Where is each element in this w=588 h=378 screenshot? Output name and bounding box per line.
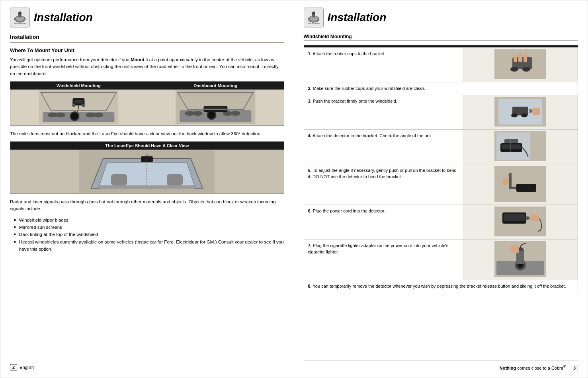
windshield-mounting-image — [10, 90, 147, 125]
right-logo: Your Detector — [304, 8, 324, 27]
svg-rect-43 — [518, 53, 522, 62]
svg-point-3 — [18, 12, 21, 15]
svg-rect-60 — [516, 184, 536, 192]
step-8-row: 8. You can temporarily remove the detect… — [304, 280, 578, 293]
step-7-text: 7. Plug the cigarette lighter adapter on… — [304, 240, 463, 280]
lasereye-label: The LaserEye Should Have A Clear View — [10, 142, 284, 150]
svg-point-37 — [312, 12, 315, 15]
right-page: Your Detector Installation Windshield Mo… — [294, 0, 588, 378]
left-page-title: Installation — [34, 11, 93, 24]
bullet-item-3: Dark tinting at the top of the windshiel… — [14, 231, 284, 238]
dashboard-mounting-image — [147, 90, 284, 125]
left-footer-left: 2 English — [10, 364, 34, 370]
windshield-mounting-label: Windshield Mounting — [10, 82, 147, 90]
svg-point-10 — [94, 113, 103, 117]
svg-point-15 — [72, 104, 75, 107]
svg-point-41 — [510, 67, 518, 72]
svg-text:Your Detector: Your Detector — [14, 22, 26, 24]
left-logo: Your Detector — [10, 8, 30, 27]
step-1-row: 1. Attach the rubber cups to the bracket… — [304, 48, 578, 82]
svg-rect-77 — [510, 245, 519, 253]
svg-point-12 — [71, 113, 78, 120]
dashboard-mounting-cell: Dashboard Mounting — [147, 82, 284, 125]
left-page: Your Detector Installation Installation … — [0, 0, 294, 378]
step-3-image — [463, 95, 578, 130]
right-page-number: 3 — [571, 365, 578, 371]
step-1-text: 1. Attach the rubber cups to the bracket… — [304, 48, 463, 82]
right-footer-tagline: Nothing comes close to a Cobra® 3 — [500, 364, 578, 370]
svg-rect-31 — [167, 174, 183, 185]
left-section-heading: Installation — [10, 34, 284, 43]
left-header: Your Detector Installation — [10, 8, 284, 27]
left-para2: The unit's lens must not be blocked and … — [10, 131, 284, 137]
step-2-text: 2. Make sure the rubber cups and your wi… — [304, 82, 578, 95]
svg-rect-66 — [504, 214, 525, 221]
right-footer-nothing: Nothing — [500, 366, 516, 370]
left-subsection-heading: Where To Mount Your Unit — [10, 47, 284, 53]
svg-point-51 — [521, 113, 527, 117]
step-6-row: 6. Plug the power cord into the detector… — [304, 205, 578, 240]
step-4-row: 4. Attach the detector to the bracket. C… — [304, 130, 578, 164]
step-2-row: 2. Make sure the rubber cups and your wi… — [304, 82, 578, 95]
svg-point-8 — [56, 113, 65, 117]
right-header: Your Detector Installation — [304, 8, 578, 27]
mounting-images-container: Windshield Mounting — [10, 81, 284, 126]
step-3-row: 3. Push the bracket firmly onto the wind… — [304, 95, 578, 130]
step-8-text: 8. You can temporarily remove the detect… — [304, 280, 578, 293]
right-page-title: Installation — [328, 11, 387, 24]
step-3-text: 3. Push the bracket firmly onto the wind… — [304, 95, 463, 130]
step-4-image — [463, 130, 578, 164]
svg-point-22 — [231, 111, 240, 116]
page-wrapper: Your Detector Installation Installation … — [0, 0, 588, 378]
left-footer: 2 English — [10, 360, 284, 370]
bullet-item-1: Windshield wiper blades — [14, 216, 284, 224]
svg-text:Your Detector: Your Detector — [307, 22, 320, 24]
step-7-row: 7. Plug the cigarette lighter adapter on… — [304, 240, 578, 280]
lasereye-image — [10, 150, 284, 193]
step-7-image — [463, 240, 578, 280]
svg-rect-69 — [530, 214, 539, 221]
right-section-heading: Windshield Mounting — [304, 34, 578, 41]
svg-point-16 — [82, 104, 85, 107]
right-footer: Nothing comes close to a Cobra® 3 — [304, 360, 578, 370]
svg-point-42 — [522, 67, 530, 72]
left-intro-text: You will get optimum performance from yo… — [10, 57, 284, 77]
right-footer-tagline-rest: comes close to a Cobra — [517, 366, 563, 370]
left-footer-language: English — [20, 365, 34, 370]
svg-rect-61 — [506, 177, 509, 185]
step-5-image — [463, 164, 578, 205]
svg-rect-14 — [74, 100, 83, 103]
dashboard-mounting-label: Dashboard Mounting — [147, 82, 284, 90]
step-5-text: 5. To adjust the angle if necessary, gen… — [304, 164, 463, 205]
step-4-text: 4. Attach the detector to the bracket. C… — [304, 130, 463, 164]
svg-point-24 — [208, 111, 215, 119]
step-5-row: 5. To adjust the angle if necessary, gen… — [304, 164, 578, 205]
svg-rect-52 — [532, 108, 540, 115]
bullet-item-2: Mirrored sun screens — [14, 224, 284, 231]
svg-rect-57 — [502, 144, 521, 149]
left-bullet-list: Windshield wiper blades Mirrored sun scr… — [10, 216, 284, 253]
left-page-number: 2 — [10, 364, 17, 370]
svg-rect-62 — [502, 178, 506, 185]
svg-rect-67 — [525, 216, 529, 220]
svg-point-50 — [511, 113, 518, 117]
svg-rect-30 — [111, 174, 127, 185]
step-1-image — [463, 48, 578, 82]
svg-point-20 — [193, 111, 202, 116]
lasereye-box: The LaserEye Should Have A Clear View — [10, 141, 284, 194]
left-para3: Radar and laser signals pass through gla… — [10, 199, 284, 212]
svg-rect-44 — [524, 54, 527, 62]
right-footer-trademark: ® — [563, 364, 566, 368]
steps-table: 1. Attach the rubber cups to the bracket… — [304, 45, 578, 293]
step-6-text: 6. Plug the power cord into the detector… — [304, 205, 463, 240]
windshield-mounting-cell: Windshield Mounting — [10, 82, 147, 125]
svg-rect-45 — [514, 55, 517, 62]
step-6-image — [463, 205, 578, 240]
bullet-item-4: Heated windshields currently available o… — [14, 238, 284, 253]
svg-rect-32 — [99, 185, 195, 189]
